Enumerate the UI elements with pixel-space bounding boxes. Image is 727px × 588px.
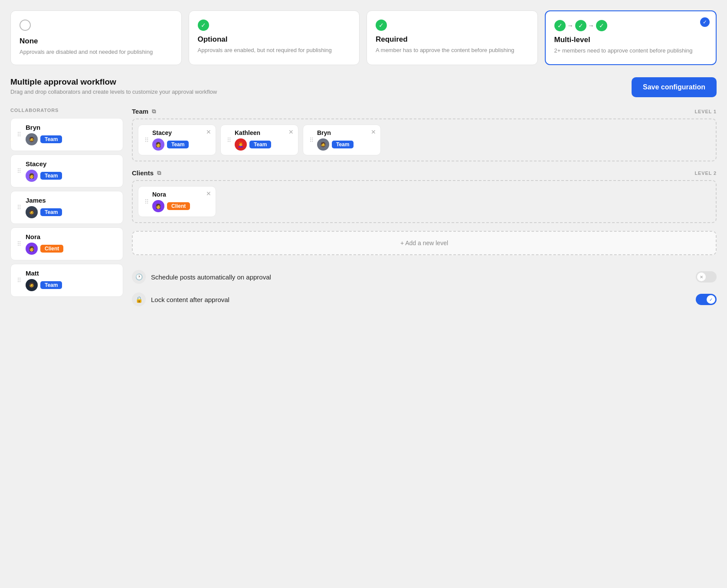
- approval-type-cards: None Approvals are disabled and not need…: [10, 10, 717, 65]
- multilevel-icon: ✓ → ✓ → ✓: [554, 20, 707, 31]
- required-description: A member has to approve the content befo…: [376, 46, 529, 54]
- required-icon: ✓: [376, 20, 529, 31]
- l2-nora-info: Nora 👩 Client: [152, 191, 190, 212]
- drag-handle-stacey[interactable]: ⠿: [17, 168, 21, 174]
- drag-handle-l1-kathleen[interactable]: ⠿: [227, 137, 231, 144]
- l1-stacey-avatar: 👩: [152, 138, 164, 151]
- l1-stacey-bottom: 👩 Team: [152, 138, 189, 151]
- schedule-toggle-knob: ✕: [697, 273, 706, 281]
- l1-kathleen-avatar: 👩‍🦰: [235, 138, 247, 151]
- stacey-name: Stacey: [26, 160, 62, 168]
- l1-bryn-tag: Team: [332, 141, 354, 148]
- level-1-member-stacey: ⠿ Stacey 👩 Team ✕: [138, 125, 216, 155]
- schedule-label: Schedule posts automatically on approval: [151, 273, 691, 281]
- level-1-member-bryn: ⠿ Bryn 🧔 Team ✕: [303, 125, 381, 155]
- level-1-header: Team ⧉ LEVEL 1: [132, 108, 717, 115]
- drag-handle-matt[interactable]: ⠿: [17, 277, 21, 284]
- level-2-group-name: Clients: [132, 169, 154, 177]
- approval-card-none[interactable]: None Approvals are disabled and not need…: [10, 10, 182, 65]
- bryn-avatar: 🧔: [26, 133, 38, 145]
- collaborators-label: COLLABORATORS: [10, 108, 123, 113]
- approval-card-multilevel[interactable]: ✓ ✓ → ✓ → ✓ Multi-level 2+ members need …: [545, 10, 717, 65]
- workflow-title-block: Multiple approval workflow Drag and drop…: [10, 77, 217, 95]
- approval-card-optional[interactable]: ✓ Optional Approvals are enabled, but no…: [189, 10, 360, 65]
- matt-avatar: 🧔: [26, 279, 38, 291]
- l2-nora-close-button[interactable]: ✕: [206, 190, 211, 197]
- level-1-group-name: Team: [132, 108, 148, 115]
- drag-handle-nora[interactable]: ⠿: [17, 240, 21, 247]
- collaborators-panel: COLLABORATORS ⠿ Bryn 🧔 Team ⠿ Stacey 👩 T…: [10, 108, 123, 311]
- drag-handle-bryn[interactable]: ⠿: [17, 131, 21, 138]
- james-avatar: 🧔: [26, 206, 38, 218]
- bryn-bottom: 🧔 Team: [26, 133, 62, 145]
- level-2-badge: LEVEL 2: [694, 171, 717, 176]
- required-title: Required: [376, 35, 529, 44]
- collaborator-nora[interactable]: ⠿ Nora 👩 Client: [10, 227, 123, 260]
- l1-kathleen-tag: Team: [249, 141, 271, 148]
- l1-kathleen-bottom: 👩‍🦰 Team: [235, 138, 271, 151]
- lock-label: Lock content after approval: [151, 296, 691, 303]
- schedule-setting-row: 🕐 Schedule posts automatically on approv…: [132, 266, 717, 288]
- schedule-icon: 🕐: [132, 270, 146, 284]
- drag-handle-l1-stacey[interactable]: ⠿: [144, 137, 149, 144]
- level-1-copy-icon[interactable]: ⧉: [152, 108, 156, 115]
- level-1-drop-area[interactable]: ⠿ Stacey 👩 Team ✕ ⠿ Kathleen: [132, 118, 717, 161]
- l2-nora-avatar: 👩: [152, 200, 164, 212]
- level-1-section: Team ⧉ LEVEL 1 ⠿ Stacey 👩 Team: [132, 108, 717, 161]
- level-2-copy-icon[interactable]: ⧉: [157, 170, 161, 177]
- l1-kathleen-name: Kathleen: [235, 129, 271, 136]
- level-1-member-kathleen: ⠿ Kathleen 👩‍🦰 Team ✕: [220, 125, 298, 155]
- collaborator-james[interactable]: ⠿ James 🧔 Team: [10, 191, 123, 224]
- lock-setting-row: 🔒 Lock content after approval ✓: [132, 288, 717, 311]
- workflow-header: Multiple approval workflow Drag and drop…: [10, 77, 717, 97]
- l1-kathleen-close-button[interactable]: ✕: [288, 128, 294, 135]
- l1-stacey-tag: Team: [167, 141, 189, 148]
- level-2-member-nora: ⠿ Nora 👩 Client ✕: [138, 186, 216, 217]
- james-bottom: 🧔 Team: [26, 206, 62, 218]
- bryn-info: Bryn 🧔 Team: [26, 124, 62, 145]
- bryn-tag: Team: [40, 135, 62, 143]
- schedule-toggle[interactable]: ✕: [696, 271, 717, 283]
- nora-bottom: 👩 Client: [26, 243, 63, 255]
- stacey-tag: Team: [40, 172, 62, 180]
- workflow-title: Multiple approval workflow: [10, 77, 217, 87]
- lock-toggle-knob: ✓: [707, 295, 715, 304]
- l2-nora-tag: Client: [167, 202, 190, 210]
- l1-bryn-info: Bryn 🧔 Team: [317, 129, 354, 151]
- drag-handle-l1-bryn[interactable]: ⠿: [309, 137, 314, 144]
- level-2-drop-area[interactable]: ⠿ Nora 👩 Client ✕: [132, 180, 717, 223]
- none-title: None: [20, 37, 173, 46]
- level-1-name: Team ⧉: [132, 108, 156, 115]
- l1-bryn-bottom: 🧔 Team: [317, 138, 354, 151]
- collaborator-stacey[interactable]: ⠿ Stacey 👩 Team: [10, 154, 123, 187]
- collaborator-matt[interactable]: ⠿ Matt 🧔 Team: [10, 264, 123, 297]
- approval-card-required[interactable]: ✓ Required A member has to approve the c…: [367, 10, 538, 65]
- l1-stacey-name: Stacey: [152, 129, 189, 136]
- james-name: James: [26, 197, 62, 204]
- stacey-info: Stacey 👩 Team: [26, 160, 62, 182]
- l1-bryn-close-button[interactable]: ✕: [371, 128, 376, 135]
- drag-handle-l2-nora[interactable]: ⠿: [144, 198, 149, 205]
- drag-handle-james[interactable]: ⠿: [17, 204, 21, 211]
- multilevel-description: 2+ members need to approve content befor…: [554, 47, 707, 55]
- add-level-button[interactable]: + Add a new level: [132, 231, 717, 255]
- l1-kathleen-info: Kathleen 👩‍🦰 Team: [235, 129, 271, 151]
- nora-tag: Client: [40, 245, 63, 253]
- stacey-avatar: 👩: [26, 170, 38, 182]
- lock-toggle[interactable]: ✓: [696, 294, 717, 305]
- settings-section: 🕐 Schedule posts automatically on approv…: [132, 266, 717, 311]
- l1-stacey-close-button[interactable]: ✕: [206, 128, 211, 135]
- l1-stacey-info: Stacey 👩 Team: [152, 129, 189, 151]
- nora-info: Nora 👩 Client: [26, 233, 63, 255]
- levels-panel: Team ⧉ LEVEL 1 ⠿ Stacey 👩 Team: [132, 108, 717, 311]
- none-icon: [20, 20, 173, 33]
- save-configuration-button[interactable]: Save configuration: [632, 77, 717, 97]
- level-2-section: Clients ⧉ LEVEL 2 ⠿ Nora 👩 Client: [132, 169, 717, 223]
- collaborator-bryn[interactable]: ⠿ Bryn 🧔 Team: [10, 118, 123, 151]
- matt-info: Matt 🧔 Team: [26, 269, 62, 291]
- optional-description: Approvals are enabled, but not required …: [198, 46, 351, 54]
- multilevel-title: Multi-level: [554, 36, 707, 44]
- optional-icon: ✓: [198, 20, 351, 31]
- l1-bryn-avatar: 🧔: [317, 138, 329, 151]
- james-info: James 🧔 Team: [26, 197, 62, 218]
